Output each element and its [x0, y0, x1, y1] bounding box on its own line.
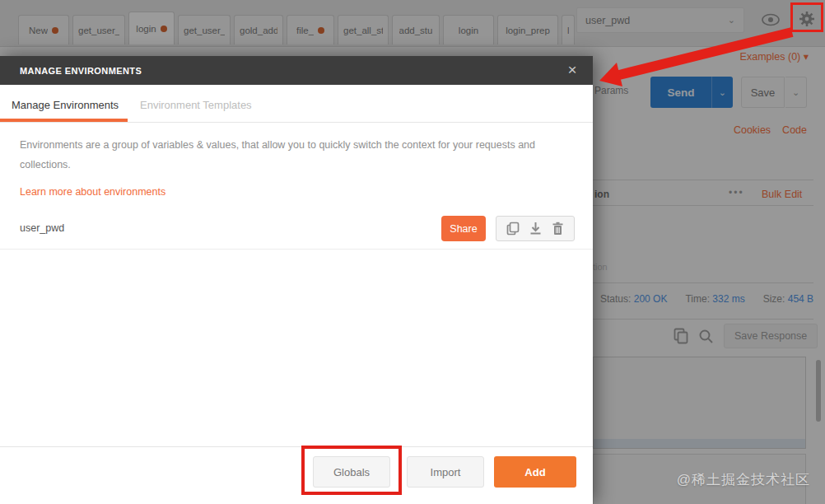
learn-more-link[interactable]: Learn more about environments — [20, 186, 165, 198]
modal-header: MANAGE ENVIRONMENTS × — [0, 56, 593, 85]
modal-tab-bar: Manage Environments Environment Template… — [0, 85, 593, 123]
environment-actions — [496, 216, 575, 241]
watermark: @稀土掘金技术社区 — [677, 470, 810, 489]
tab-environment-templates[interactable]: Environment Templates — [140, 99, 252, 111]
environment-name[interactable]: user_pwd — [20, 222, 64, 234]
environment-list-item[interactable]: user_pwd Share — [0, 211, 593, 249]
active-tab-underline — [0, 119, 128, 122]
globals-button[interactable]: Globals — [313, 456, 390, 488]
import-button[interactable]: Import — [407, 456, 484, 488]
duplicate-icon[interactable] — [506, 222, 520, 236]
manage-environments-modal: MANAGE ENVIRONMENTS × Manage Environment… — [0, 56, 593, 504]
app-window: New get_user_i login get_user_i gold_add… — [0, 0, 825, 504]
modal-title: MANAGE ENVIRONMENTS — [0, 66, 142, 76]
delete-icon[interactable] — [552, 222, 564, 236]
share-button[interactable]: Share — [441, 216, 486, 241]
tab-manage-environments[interactable]: Manage Environments — [12, 99, 119, 111]
environments-description: Environments are a group of variables & … — [20, 135, 553, 175]
divider — [0, 249, 593, 250]
download-icon[interactable] — [529, 222, 542, 236]
divider — [0, 446, 593, 447]
close-icon[interactable]: × — [562, 59, 583, 81]
add-button[interactable]: Add — [494, 456, 576, 488]
